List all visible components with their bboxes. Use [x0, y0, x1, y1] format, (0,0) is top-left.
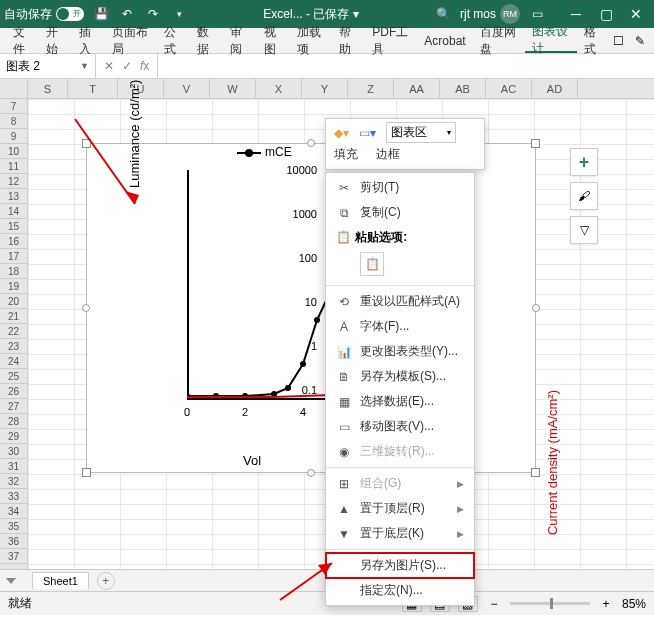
fill-icon[interactable]: ◆▾ [334, 126, 349, 140]
save-icon[interactable]: 💾 [92, 5, 110, 23]
row-header[interactable]: 28 [0, 414, 27, 429]
tab-addins[interactable]: 加载项 [290, 28, 333, 53]
tab-nav-icon[interactable] [6, 578, 16, 584]
tab-formulas[interactable]: 公式 [157, 28, 190, 53]
menu-change-chart-type[interactable]: 📊更改图表类型(Y)... [326, 339, 474, 364]
row-header[interactable]: 9 [0, 129, 27, 144]
tab-pdf[interactable]: PDF工具 [365, 28, 417, 53]
row-header[interactable]: 12 [0, 174, 27, 189]
row-header[interactable]: 24 [0, 354, 27, 369]
select-all-corner[interactable] [0, 79, 28, 98]
row-header[interactable]: 13 [0, 189, 27, 204]
sheet-tab-1[interactable]: Sheet1 [32, 572, 89, 589]
menu-send-back[interactable]: ▼置于底层(K)▶ [326, 521, 474, 546]
col-AA[interactable]: AA [394, 79, 440, 98]
tab-baidu[interactable]: 百度网盘 [473, 28, 525, 53]
tab-review[interactable]: 审阅 [223, 28, 256, 53]
menu-bring-front[interactable]: ▲置于顶层(R)▶ [326, 496, 474, 521]
row-header[interactable]: 27 [0, 399, 27, 414]
menu-save-template[interactable]: 🗎另存为模板(S)... [326, 364, 474, 389]
undo-icon[interactable]: ↶ [118, 5, 136, 23]
redo-icon[interactable]: ↷ [144, 5, 162, 23]
resize-handle[interactable] [532, 304, 540, 312]
search-icon[interactable]: 🔍 [434, 5, 452, 23]
name-box[interactable]: 图表 2 ▼ [0, 54, 96, 78]
resize-handle[interactable] [531, 468, 540, 477]
col-W[interactable]: W [210, 79, 256, 98]
zoom-out-button[interactable]: − [486, 597, 502, 611]
comments-icon[interactable]: ✎ [632, 33, 648, 49]
chart-elements-button[interactable]: + [570, 148, 598, 176]
resize-handle[interactable] [307, 139, 315, 147]
row-header[interactable]: 20 [0, 294, 27, 309]
zoom-level[interactable]: 85% [622, 597, 646, 611]
menu-cut[interactable]: ✂剪切(T) [326, 175, 474, 200]
tab-help[interactable]: 帮助 [332, 28, 365, 53]
resize-handle[interactable] [307, 469, 315, 477]
row-header[interactable]: 37 [0, 549, 27, 564]
row-header[interactable]: 11 [0, 159, 27, 174]
row-header[interactable]: 35 [0, 519, 27, 534]
chart-area-dropdown[interactable]: 图表区▾ [386, 122, 456, 143]
row-header[interactable]: 36 [0, 534, 27, 549]
menu-select-data[interactable]: ▦选择数据(E)... [326, 389, 474, 414]
paste-option-1[interactable]: 📋 [360, 252, 384, 276]
row-header[interactable]: 18 [0, 264, 27, 279]
row-header[interactable]: 15 [0, 219, 27, 234]
add-sheet-button[interactable]: + [97, 572, 115, 590]
qat-more-icon[interactable]: ▾ [170, 5, 188, 23]
row-header[interactable]: 14 [0, 204, 27, 219]
tab-layout[interactable]: 页面布局 [105, 28, 157, 53]
name-box-dropdown-icon[interactable]: ▼ [80, 61, 89, 71]
border-icon[interactable]: ▭▾ [359, 126, 376, 140]
tab-home[interactable]: 开始 [39, 28, 72, 53]
close-button[interactable]: ✕ [622, 3, 650, 25]
resize-handle[interactable] [82, 304, 90, 312]
zoom-slider[interactable] [510, 602, 590, 605]
resize-handle[interactable] [82, 468, 91, 477]
row-header[interactable]: 7 [0, 99, 27, 114]
menu-reset-style[interactable]: ⟲重设以匹配样式(A) [326, 289, 474, 314]
zoom-in-button[interactable]: + [598, 597, 614, 611]
row-header[interactable]: 33 [0, 489, 27, 504]
col-Z[interactable]: Z [348, 79, 394, 98]
col-Y[interactable]: Y [302, 79, 348, 98]
enter-fx-icon[interactable]: ✓ [122, 59, 132, 73]
tab-format[interactable]: 格式 [577, 28, 610, 53]
col-AB[interactable]: AB [440, 79, 486, 98]
tab-view[interactable]: 视图 [257, 28, 290, 53]
col-AC[interactable]: AC [486, 79, 532, 98]
row-header[interactable]: 22 [0, 324, 27, 339]
share-icon[interactable]: ☐ [610, 33, 626, 49]
tab-chart-design[interactable]: 图表设计 [525, 28, 577, 53]
row-header[interactable]: 8 [0, 114, 27, 129]
chart-styles-button[interactable]: 🖌 [570, 182, 598, 210]
col-T[interactable]: T [68, 79, 118, 98]
row-header[interactable]: 19 [0, 279, 27, 294]
tab-insert[interactable]: 插入 [72, 28, 105, 53]
row-header[interactable]: 29 [0, 429, 27, 444]
maximize-button[interactable]: ▢ [592, 3, 620, 25]
tab-data[interactable]: 数据 [190, 28, 223, 53]
col-V[interactable]: V [164, 79, 210, 98]
menu-move-chart[interactable]: ▭移动图表(V)... [326, 414, 474, 439]
tab-acrobat[interactable]: Acrobat [417, 28, 472, 53]
menu-copy[interactable]: ⧉复制(C) [326, 200, 474, 225]
fx-icon[interactable]: fx [140, 59, 149, 73]
menu-font[interactable]: A字体(F)... [326, 314, 474, 339]
row-header[interactable]: 31 [0, 459, 27, 474]
row-header[interactable]: 23 [0, 339, 27, 354]
filename[interactable]: Excel... - 已保存 ▾ [196, 6, 426, 23]
row-header[interactable]: 10 [0, 144, 27, 159]
row-header[interactable]: 30 [0, 444, 27, 459]
row-header[interactable]: 17 [0, 249, 27, 264]
tab-file[interactable]: 文件 [6, 28, 39, 53]
user[interactable]: rjt mos RM [460, 4, 520, 24]
chart-filters-button[interactable]: ▽ [570, 216, 598, 244]
autosave-toggle[interactable]: 开 [56, 7, 84, 21]
row-header[interactable]: 16 [0, 234, 27, 249]
cancel-fx-icon[interactable]: ✕ [104, 59, 114, 73]
ribbon-options-icon[interactable]: ▭ [528, 5, 546, 23]
resize-handle[interactable] [531, 139, 540, 148]
row-header[interactable]: 32 [0, 474, 27, 489]
